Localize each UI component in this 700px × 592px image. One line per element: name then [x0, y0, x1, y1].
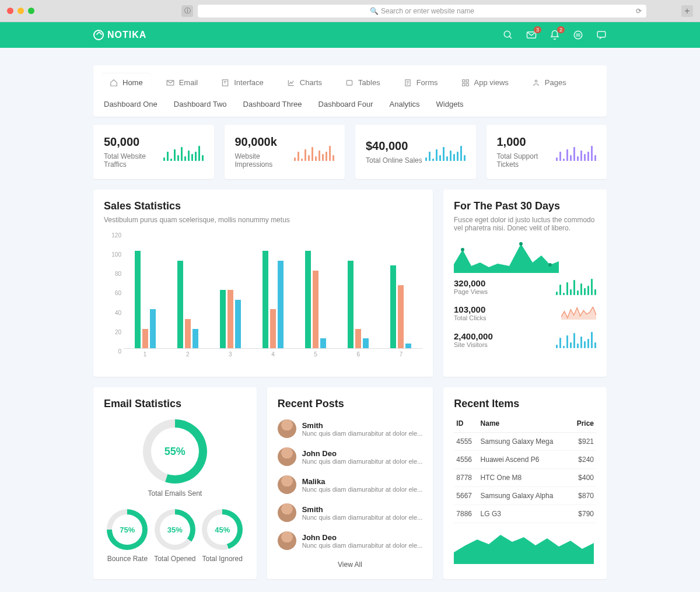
minimize-window[interactable] [18, 8, 24, 14]
home-icon [110, 79, 118, 87]
email-stats-title: Email Statistics [104, 398, 246, 410]
tab-app-views[interactable]: App views [453, 73, 517, 92]
recent-items-table: ID Name Price 4555Samsung Galaxy Mega$92… [454, 415, 596, 523]
task-icon[interactable] [573, 30, 583, 40]
brand-text: NOTIKA [107, 30, 146, 40]
tab-home[interactable]: Home [102, 73, 151, 92]
stat-card: $40,000Total Online Sales [355, 125, 476, 179]
bar [262, 251, 268, 348]
avatar [278, 419, 296, 438]
sales-statistics-card: Sales Statistics Vestibulum purus quam s… [93, 190, 433, 377]
mini-donut [155, 509, 195, 550]
svg-point-14 [519, 242, 523, 246]
tab-email[interactable]: Email [158, 73, 206, 92]
bar [177, 261, 183, 348]
svg-point-15 [548, 263, 552, 267]
topbar: NOTIKA 3 2 [0, 22, 700, 48]
stat-value: 90,000k [235, 135, 295, 149]
table-row[interactable]: 8778HTC One M8$400 [454, 469, 596, 487]
mini-donut-label: Total Opened [154, 555, 195, 563]
email-statistics-card: Email Statistics Total Emails Sent Bounc… [93, 387, 257, 579]
avatar [278, 503, 296, 522]
maximize-window[interactable] [28, 8, 34, 14]
recent-posts-card: Recent Posts SmithNunc quis diam diamura… [267, 387, 433, 579]
subtab-dashboard-four[interactable]: Dashboard Four [318, 100, 373, 108]
total-emails-donut [143, 419, 207, 484]
past30-subtitle: Fusce eget dolor id justo luctus the com… [454, 216, 596, 232]
sales-bar-chart: 120100806040200 1234567 [104, 232, 422, 366]
subtab-dashboard-three[interactable]: Dashboard Three [243, 100, 302, 108]
browser-chrome: ⓘ 🔍 Search or enter website name ⟳ + [0, 0, 700, 22]
site-info-icon[interactable]: ⓘ [181, 5, 193, 17]
bar [405, 344, 411, 348]
nav-card: HomeEmailInterfaceChartsTablesFormsApp v… [93, 65, 607, 117]
post-item[interactable]: John DeoNunc quis diam diamurabitur at d… [278, 443, 423, 471]
table-row[interactable]: 4556Huawei Ascend P6$240 [454, 451, 596, 469]
subtab-dashboard-two[interactable]: Dashboard Two [174, 100, 227, 108]
bar [185, 319, 191, 348]
new-tab-button[interactable]: + [681, 5, 693, 17]
table-icon [345, 79, 354, 87]
mail-icon[interactable]: 3 [526, 30, 537, 40]
edit-icon [221, 79, 229, 87]
bar [355, 329, 361, 348]
stat-card: 50,000Total Website Traffics [93, 125, 214, 179]
close-window[interactable] [7, 8, 13, 14]
refresh-icon[interactable]: ⟳ [636, 7, 642, 15]
bell-icon[interactable]: 2 [550, 30, 560, 40]
tab-tables[interactable]: Tables [337, 73, 388, 92]
bar [363, 338, 369, 348]
mail-icon [166, 79, 174, 87]
past-30-days-card: For The Past 30 Days Fusce eget dolor id… [443, 190, 607, 377]
url-bar[interactable]: ⓘ 🔍 Search or enter website name ⟳ [198, 5, 646, 17]
sparkline [556, 331, 596, 348]
svg-point-12 [535, 80, 537, 82]
sparkline [163, 143, 204, 161]
bell-badge: 2 [557, 26, 565, 33]
sales-title: Sales Statistics [104, 200, 422, 212]
recent-posts-title: Recent Posts [278, 398, 423, 410]
avatar [278, 447, 296, 466]
subtab-widgets[interactable]: Widgets [436, 100, 464, 108]
post-excerpt: Nunc quis diam diamurabitur at dolor ele… [302, 430, 423, 437]
svg-point-0 [504, 31, 510, 37]
subtab-dashboard-one[interactable]: Dashboard One [104, 100, 158, 108]
tab-forms[interactable]: Forms [396, 73, 446, 92]
subtab-analytics[interactable]: Analytics [390, 100, 420, 108]
tab-pages[interactable]: Pages [524, 73, 575, 92]
table-row[interactable]: 5667Samsung Galaxy Alpha$870 [454, 487, 596, 505]
url-placeholder: Search or enter website name [381, 7, 474, 15]
form-icon [404, 79, 412, 87]
post-item[interactable]: SmithNunc quis diam diamurabitur at dolo… [278, 415, 423, 443]
view-all-button[interactable]: View All [278, 555, 423, 569]
bar [135, 251, 141, 348]
stat-value: 1,000 [497, 135, 556, 149]
tab-interface[interactable]: Interface [213, 73, 272, 92]
recent-items-title: Recent Items [454, 398, 596, 410]
svg-rect-10 [462, 83, 464, 86]
search-icon[interactable] [503, 30, 513, 40]
stat-value: 50,000 [104, 135, 163, 149]
post-author: Smith [302, 421, 423, 430]
svg-rect-3 [597, 31, 606, 37]
mini-donut [202, 509, 243, 550]
th-id: ID [454, 415, 478, 433]
bar [390, 265, 396, 348]
post-item[interactable]: SmithNunc quis diam diamurabitur at dolo… [278, 499, 423, 527]
post-author: John Deo [302, 449, 423, 458]
svg-rect-11 [466, 83, 468, 86]
chart-icon [287, 79, 295, 87]
total-emails-label: Total Emails Sent [104, 489, 246, 498]
brand-logo[interactable]: NOTIKA [93, 30, 146, 40]
stat-label: Total Support Tickets [497, 152, 556, 169]
tab-charts[interactable]: Charts [279, 73, 330, 92]
stat-label: Total Website Traffics [104, 152, 163, 169]
post-item[interactable]: MalikaNunc quis diam diamurabitur at dol… [278, 471, 423, 499]
chat-icon[interactable] [596, 30, 607, 40]
post-item[interactable]: John DeoNunc quis diam diamurabitur at d… [278, 527, 423, 555]
table-row[interactable]: 4555Samsung Galaxy Mega$921 [454, 433, 596, 451]
bar [192, 329, 198, 348]
sparkline [561, 307, 596, 320]
table-row[interactable]: 7886LG G3$790 [454, 505, 596, 523]
svg-rect-9 [466, 79, 468, 82]
